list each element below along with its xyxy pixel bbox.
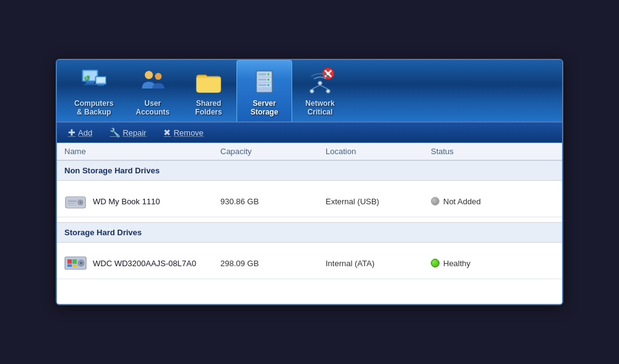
svg-rect-18 xyxy=(258,79,266,80)
drive-name-cell: WDC WD3200AAJS-08L7A0 xyxy=(64,254,220,272)
svg-rect-3 xyxy=(84,84,96,85)
spacer-3 xyxy=(57,243,562,248)
svg-rect-7 xyxy=(97,84,104,85)
remove-button[interactable]: ✖ Remove xyxy=(160,126,207,139)
table-row[interactable]: WD My Book 1110 930.86 GB External (USB)… xyxy=(57,186,562,217)
drive-status: Healthy xyxy=(431,259,555,268)
svg-rect-2 xyxy=(86,82,94,84)
col-status: Status xyxy=(431,147,555,156)
shared-folders-icon xyxy=(194,67,223,97)
col-name: Name xyxy=(64,147,220,156)
nav-network-critical-label: Network Critical xyxy=(305,99,334,117)
drive-name: WD My Book 1110 xyxy=(93,197,160,206)
svg-text:↺: ↺ xyxy=(83,74,89,81)
svg-point-8 xyxy=(145,71,153,79)
table-header: Name Capacity Location Status xyxy=(57,143,562,160)
server-storage-icon xyxy=(249,67,279,97)
status-text: Healthy xyxy=(443,259,470,268)
nav-item-server-storage[interactable]: Server Storage xyxy=(236,60,292,122)
svg-point-15 xyxy=(267,79,269,80)
network-critical-icon xyxy=(305,67,335,97)
add-label: Add xyxy=(78,128,92,137)
svg-point-26 xyxy=(326,89,331,93)
drive-location: External (USB) xyxy=(326,197,431,206)
section-storage: Storage Hard Drives xyxy=(57,222,562,243)
nav-item-shared-folders[interactable]: Shared Folders xyxy=(181,60,236,122)
repair-label: Repair xyxy=(123,128,146,137)
svg-point-9 xyxy=(155,72,162,79)
svg-line-28 xyxy=(320,85,328,89)
status-dot-green xyxy=(431,259,439,267)
remove-label: Remove xyxy=(173,128,203,137)
nav-computers-backup-label: Computers & Backup xyxy=(74,99,113,117)
spacer-1 xyxy=(57,181,562,186)
remove-icon: ✖ xyxy=(163,128,171,137)
svg-rect-37 xyxy=(67,259,72,264)
nav-item-network-critical[interactable]: Network Critical xyxy=(292,60,348,122)
toolbar: ✚ Add 🔧 Repair ✖ Remove xyxy=(57,123,562,143)
svg-rect-40 xyxy=(72,264,77,267)
nav-user-accounts-label: User Accounts xyxy=(136,99,170,117)
external-drive-icon xyxy=(64,192,87,210)
svg-point-25 xyxy=(310,89,314,93)
col-capacity: Capacity xyxy=(220,147,326,156)
repair-icon: 🔧 xyxy=(110,128,120,137)
drive-name: WDC WD3200AAJS-08L7A0 xyxy=(93,259,196,268)
svg-point-14 xyxy=(267,73,269,75)
col-location: Location xyxy=(326,147,431,156)
drive-capacity: 930.86 GB xyxy=(220,197,326,206)
add-icon: ✚ xyxy=(68,128,76,137)
main-window: ↺ Computers & Backup xyxy=(56,59,563,306)
svg-rect-19 xyxy=(258,84,266,85)
drive-location: Internal (ATA) xyxy=(326,259,431,268)
nav-bar: ↺ Computers & Backup xyxy=(57,60,562,123)
table-row[interactable]: WDC WD3200AAJS-08L7A0 298.09 GB Internal… xyxy=(57,248,562,279)
nav-server-storage-label: Server Storage xyxy=(251,99,279,117)
spacer-4 xyxy=(57,279,562,304)
add-button[interactable]: ✚ Add xyxy=(64,126,96,139)
spacer-2 xyxy=(57,217,562,222)
svg-rect-17 xyxy=(258,73,266,75)
svg-rect-39 xyxy=(67,264,72,267)
status-dot-gray xyxy=(431,197,439,206)
svg-line-27 xyxy=(312,85,320,89)
content-area: Name Capacity Location Status Non Storag… xyxy=(57,143,562,304)
user-accounts-icon xyxy=(138,67,168,97)
nav-item-user-accounts[interactable]: User Accounts xyxy=(124,60,181,122)
svg-rect-34 xyxy=(68,203,74,204)
nav-item-computers-backup[interactable]: ↺ Computers & Backup xyxy=(63,60,124,122)
repair-button[interactable]: 🔧 Repair xyxy=(106,126,150,139)
computers-backup-icon: ↺ xyxy=(79,67,109,97)
drive-capacity: 298.09 GB xyxy=(220,259,326,268)
svg-point-32 xyxy=(80,202,82,204)
section-non-storage: Non Storage Hard Drives xyxy=(57,160,562,181)
status-text: Not Added xyxy=(443,197,481,206)
nav-shared-folders-label: Shared Folders xyxy=(195,99,222,117)
drive-name-cell: WD My Book 1110 xyxy=(64,192,220,210)
svg-point-42 xyxy=(80,262,82,264)
svg-rect-33 xyxy=(68,201,77,202)
svg-point-16 xyxy=(267,84,269,85)
internal-drive-icon xyxy=(64,254,87,272)
svg-rect-6 xyxy=(96,77,105,83)
svg-point-24 xyxy=(318,81,322,85)
drive-status: Not Added xyxy=(431,197,555,206)
svg-rect-38 xyxy=(72,259,77,264)
